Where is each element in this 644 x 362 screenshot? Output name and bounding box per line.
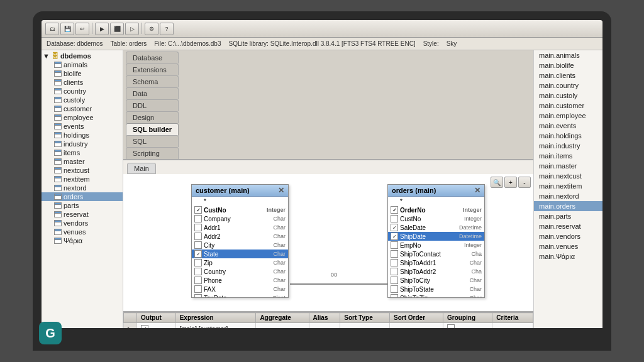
right-list-item-main-clients[interactable]: main.clients xyxy=(534,70,602,80)
right-list-item-main-Ψάρια[interactable]: main.Ψάρια xyxy=(534,251,602,261)
results-header: OutputExpressionAggregateAliasSort TypeS… xyxy=(124,313,533,323)
orders-field-shiptozip: ShipToZip Char xyxy=(388,293,484,297)
tab-sql-builder[interactable]: SQL builder xyxy=(126,123,179,136)
table-icon xyxy=(54,62,62,68)
customer-close-btn[interactable]: ✕ xyxy=(278,186,284,195)
sidebar-item-Ψάρια[interactable]: Ψάρια xyxy=(42,236,123,245)
orders-field-empno: EmpNo Integer xyxy=(388,241,484,250)
right-list-item-main-country[interactable]: main.country xyxy=(534,80,602,90)
sidebar-item-industry[interactable]: industry xyxy=(42,140,123,148)
title-bar: 🗂 💾 ↩ ▶ ⬛ ▷ ⚙ ? xyxy=(42,20,602,38)
customer-field-custno: CustNo Integer xyxy=(192,206,288,214)
sidebar-item-label: nextcust xyxy=(64,167,89,174)
orders-close-btn[interactable]: ✕ xyxy=(474,186,480,195)
right-list-item-main-parts[interactable]: main.parts xyxy=(534,211,602,221)
table-icon xyxy=(54,114,62,121)
right-list-item-main-nextcust[interactable]: main.nextcust xyxy=(534,171,602,181)
sidebar-item-label: events xyxy=(64,123,84,130)
table-icon xyxy=(54,167,62,173)
row-handle[interactable]: ▶ xyxy=(124,323,137,329)
table-icon xyxy=(54,150,62,156)
toolbar-btn-2[interactable]: 💾 xyxy=(60,23,74,35)
sidebar-item-vendors[interactable]: vendors xyxy=(42,219,123,228)
toolbar-btn-3[interactable]: ↩ xyxy=(75,23,89,35)
right-list-item-main-employee[interactable]: main.employee xyxy=(534,111,602,121)
grouping-checkbox[interactable] xyxy=(447,324,455,328)
tab-ddl[interactable]: DDL xyxy=(126,99,179,111)
right-list-item-main-customer[interactable]: main.customer xyxy=(534,101,602,111)
cell-grouping[interactable] xyxy=(443,323,492,329)
right-list-item-main-biolife[interactable]: main.biolife xyxy=(534,60,602,70)
sub-tab-main[interactable]: Main xyxy=(127,163,156,174)
tab-sql[interactable]: SQL xyxy=(126,135,179,147)
tab-database[interactable]: Database xyxy=(126,52,179,63)
sidebar-item-reservat[interactable]: reservat xyxy=(42,210,123,219)
results-area: OutputExpressionAggregateAliasSort TypeS… xyxy=(123,312,533,328)
table-icon xyxy=(54,106,62,112)
sidebar-item-customer[interactable]: customer xyxy=(42,104,123,113)
table-icon xyxy=(54,229,62,235)
sidebar-item-parts[interactable]: parts xyxy=(42,201,123,210)
sidebar-item-orders[interactable]: orders xyxy=(42,192,123,201)
cell-output[interactable] xyxy=(137,323,176,329)
right-list-item-main-nextitem[interactable]: main.nextitem xyxy=(534,181,602,191)
toolbar-btn-6[interactable]: ▷ xyxy=(125,23,139,35)
table-icon xyxy=(54,176,62,182)
right-list-item-main-venues[interactable]: main.venues xyxy=(534,241,602,251)
tab-data[interactable]: Data xyxy=(126,87,179,99)
col-handle xyxy=(124,313,137,323)
results-table: OutputExpressionAggregateAliasSort TypeS… xyxy=(123,312,533,328)
col-aggregate: Aggregate xyxy=(256,313,309,323)
right-list-item-main-orders[interactable]: main.orders xyxy=(534,201,602,211)
tabs-container: DatabaseExtensionsSchemaDataDDLDesignSQL… xyxy=(126,52,179,159)
sidebar-root[interactable]: ▼ 🗄 dbdemos xyxy=(42,52,123,60)
zoom-in-btn[interactable]: + xyxy=(504,177,517,188)
sidebar-item-events[interactable]: events xyxy=(42,122,123,131)
toolbar-btn-1[interactable]: 🗂 xyxy=(45,23,59,35)
tab-schema[interactable]: Schema xyxy=(126,75,179,87)
sidebar-item-biolife[interactable]: biolife xyxy=(42,69,123,78)
col-sort-type: Sort Type xyxy=(340,313,390,323)
sidebar-item-holdings[interactable]: holdings xyxy=(42,131,123,140)
toolbar-btn-4[interactable]: ▶ xyxy=(95,23,109,35)
orders-field-shiptoaddr2: ShipToAddr2 Cha xyxy=(388,267,484,276)
sidebar-item-master[interactable]: master xyxy=(42,157,123,166)
zoom-icon[interactable]: 🔍 xyxy=(491,177,503,188)
orders-field-shiptocontact: ShipToContact Cha xyxy=(388,250,484,258)
right-list-item-main-custoly[interactable]: main.custoly xyxy=(534,90,602,101)
table-icon xyxy=(54,123,62,129)
tab-extensions[interactable]: Extensions xyxy=(126,63,179,75)
sidebar-item-nextord[interactable]: nextord xyxy=(42,184,123,192)
right-list-item-main-reservat[interactable]: main.reservat xyxy=(534,221,602,231)
output-checkbox[interactable] xyxy=(141,325,148,328)
orders-table-header: orders (main) ✕ xyxy=(388,185,484,197)
sidebar-item-nextitem[interactable]: nextitem xyxy=(42,175,123,184)
customer-field-phone: Phone Char xyxy=(192,276,288,285)
toolbar-btn-5[interactable]: ⬛ xyxy=(110,23,124,35)
right-list-item-main-events[interactable]: main.events xyxy=(534,121,602,131)
right-list-item-main-items[interactable]: main.items xyxy=(534,151,602,161)
zoom-out-btn[interactable]: - xyxy=(518,177,531,188)
cell-criteria xyxy=(492,323,533,329)
sidebar-item-animals[interactable]: animals xyxy=(42,60,123,69)
right-list-item-main-industry[interactable]: main.industry xyxy=(534,141,602,151)
sidebar-item-items[interactable]: items xyxy=(42,148,123,157)
sidebar-item-venues[interactable]: venues xyxy=(42,228,123,236)
sidebar-item-nextcust[interactable]: nextcust xyxy=(42,166,123,175)
right-list-item-main-animals[interactable]: main.animals xyxy=(534,50,602,60)
style-label: Style: xyxy=(423,40,439,47)
right-list-item-main-holdings[interactable]: main.holdings xyxy=(534,131,602,141)
sep1 xyxy=(92,23,92,34)
diagram-toolbar: 🔍 + - xyxy=(491,177,531,188)
toolbar-btn-7[interactable]: ⚙ xyxy=(145,23,158,35)
sidebar-item-custoly[interactable]: custoly xyxy=(42,96,123,104)
toolbar-btn-8[interactable]: ? xyxy=(160,23,174,35)
right-list-item-main-master[interactable]: main.master xyxy=(534,161,602,171)
tab-scripting[interactable]: Scripting xyxy=(126,147,179,159)
sidebar-item-clients[interactable]: clients xyxy=(42,78,123,87)
sidebar-item-country[interactable]: country xyxy=(42,87,123,96)
right-list-item-main-nextord[interactable]: main.nextord xyxy=(534,191,602,201)
tab-design[interactable]: Design xyxy=(126,111,179,123)
right-list-item-main-vendors[interactable]: main.vendors xyxy=(534,231,602,241)
sidebar-item-employee[interactable]: employee xyxy=(42,113,123,122)
